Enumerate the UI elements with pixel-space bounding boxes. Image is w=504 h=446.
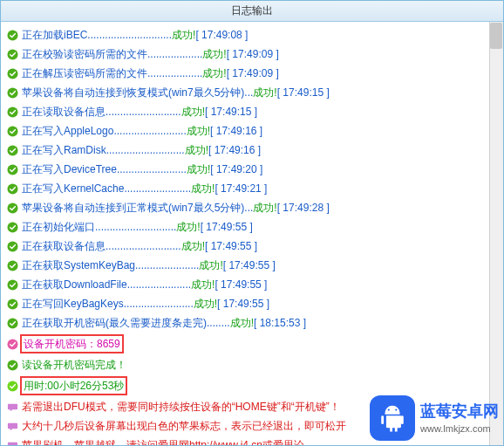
log-text: 正在解压读密码所需的文件................... [22,65,202,81]
svg-point-5 [7,126,17,136]
log-text: 正在获取DownloadFile...................... [22,277,191,292]
check-icon [6,86,18,99]
log-text: 正在读取设备信息.......................... [22,104,181,120]
log-text: 正在校验读密码所需的文件................... [22,46,202,62]
scrollbar[interactable] [489,22,503,445]
log-time: [ 17:49:16 ] [210,123,262,139]
log-line: 正在写入KernelCache.......................成功… [3,179,501,198]
log-line: 正在获取开机密码(最久需要进度条走完)........成功![ 18:15:53… [3,313,501,333]
check-icon [6,298,18,310]
log-text: 正在写入AppleLogo......................... [22,123,187,139]
watermark-text: 蓝莓安卓网 www.lmkjzx.com [420,401,499,435]
check-icon [6,278,18,291]
watermark-sub: www.lmkjzx.com [420,422,499,435]
svg-point-13 [7,279,17,290]
log-text: 苹果设备将自动连接到恢复模式(win7最久5分钟)... [22,85,253,100]
android-icon [370,395,415,441]
watermark: 蓝莓安卓网 www.lmkjzx.com [370,395,499,441]
time-highlight: 用时:00小时26分53秒 [20,376,127,395]
log-text: 正在初始化端口............................ [22,219,176,235]
svg-point-10 [7,222,17,232]
log-line: 用时:00小时26分53秒 [3,374,501,397]
log-time: [ 17:49:16 ] [208,142,261,158]
svg-point-17 [7,360,17,370]
log-time: [ 17:49:09 ] [227,65,279,81]
log-line: 正在写入DeviceTree........................成功… [3,160,501,179]
log-time: [ 17:49:09 ] [227,46,279,62]
scrollbar-thumb[interactable] [490,23,502,49]
log-time: [ 17:49:55 ] [223,257,276,273]
svg-point-0 [7,30,17,40]
check-icon [6,317,18,329]
log-time: [ 17:49:55 ] [217,296,269,312]
log-status: 成功! [172,27,195,43]
check-icon [6,338,18,350]
svg-point-9 [7,202,17,213]
svg-point-16 [7,339,17,349]
bubble-icon [6,439,18,445]
log-line: 正在获取SystemKeyBag......................成功… [3,256,501,275]
log-status: 成功! [202,46,226,62]
log-line: 读设备开机密码完成！ [3,355,501,374]
log-line: 正在获取设备信息..........................成功![ 1… [3,237,501,256]
svg-point-7 [7,164,17,175]
log-line: 正在写入AppleLogo.........................成功… [3,121,501,141]
log-text: 正在获取SystemKeyBag...................... [22,257,199,273]
check-icon [6,163,18,175]
done-text: 读设备开机密码完成！ [22,357,126,373]
log-status: 成功! [181,104,205,120]
watermark-main: 蓝莓安卓网 [420,401,499,422]
log-container: 正在加载iBEC.............................成功!… [3,25,501,445]
check-icon [6,125,18,137]
title-bar: 日志输出 [1,1,503,22]
log-status: 成功! [185,142,208,158]
tip-text: 若需退出DFU模式，需要同时持续按住设备的“HOME键”和“开机键”！ [22,399,340,415]
check-icon [6,380,18,392]
log-time: [ 17:49:15 ] [205,104,257,120]
check-icon [6,182,18,195]
log-text: 正在写入DeviceTree........................ [22,161,187,177]
log-area[interactable]: 正在加载iBEC.............................成功!… [1,22,503,445]
svg-point-1 [7,49,17,59]
log-text: 正在写回KeyBagKeys........................ [22,296,194,312]
log-line: 苹果设备将自动连接到正常模式(win7最久5分钟)...成功![ 17:49:2… [3,198,501,217]
svg-point-2 [7,68,17,79]
log-status: 成功! [230,315,254,331]
log-status: 成功! [191,277,215,292]
log-status: 成功! [187,161,210,177]
log-text: 正在加载iBEC............................. [22,27,172,43]
log-status: 成功! [194,296,217,312]
log-time: [ 17:49:21 ] [215,181,267,196]
tip-text: 大约十几秒后设备屏幕出现白色的苹果标志，表示已经退出，即可松开 [22,418,346,434]
log-text: 正在写入KernelCache....................... [22,181,191,196]
log-text: 正在写入RamDisk........................... [22,142,185,158]
log-line: 正在写入RamDisk...........................成功… [3,141,501,160]
log-line: 正在解压读密码所需的文件...................成功![ 17:4… [3,64,501,83]
log-line: 正在初始化端口............................成功![ … [3,217,501,237]
check-icon [6,67,18,79]
svg-point-15 [7,318,17,328]
log-time: [ 17:49:08 ] [195,27,248,43]
log-time: [ 17:49:28 ] [277,200,330,216]
bubble-icon [6,420,18,432]
check-icon [6,221,18,233]
log-time: [ 17:49:15 ] [277,85,330,100]
log-text: 正在获取设备信息.......................... [22,238,181,254]
window-title: 日志输出 [231,4,273,17]
check-icon [6,202,18,214]
check-icon [6,259,18,271]
check-icon [6,240,18,252]
log-status: 成功! [199,257,222,273]
log-status: 成功! [187,123,210,139]
check-icon [6,29,18,41]
log-window: 日志输出 正在加载iBEC...........................… [0,0,504,446]
check-icon [6,144,18,156]
svg-point-6 [7,145,17,155]
log-time: [ 17:49:55 ] [205,238,257,254]
svg-point-3 [7,87,17,98]
log-line: 正在获取DownloadFile......................成功… [3,275,501,294]
log-status: 成功! [191,181,215,196]
check-icon [6,359,18,371]
svg-point-8 [7,183,17,194]
log-status: 成功! [202,65,226,81]
